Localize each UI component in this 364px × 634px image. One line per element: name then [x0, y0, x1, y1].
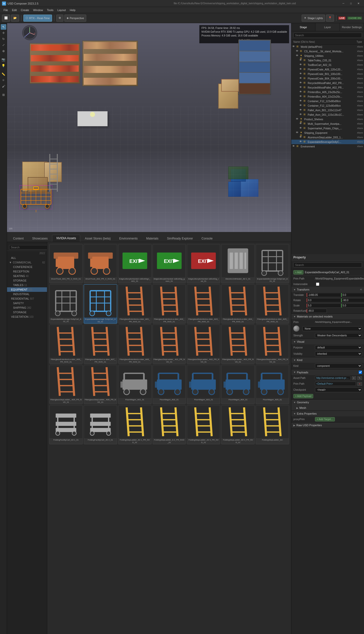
asset-item-10[interactable]: FiberglassExtentionLa dder_A02_PR_NVD_01 — [153, 284, 186, 324]
asset-item-34[interactable]: FoldingStepLadder_AC — [256, 405, 289, 444]
cat-reception[interactable]: RECEPTION — [7, 269, 47, 274]
stage-item-plywood-3[interactable]: 👁 ⊞ PlywoodCrate_B04_200x100... Xform — [291, 76, 364, 81]
stage-item-supermarket-chips[interactable]: 👁 ⊞ Supermarket_Potato_Chips_... Xform — [291, 126, 364, 131]
prim-path-clear[interactable]: ✕ — [357, 382, 362, 386]
cat-residential[interactable]: RESIDENTIAL 507 — [7, 296, 47, 301]
asset-path-edit[interactable]: ✎ — [357, 376, 362, 380]
eye-icon[interactable]: 👁 — [292, 45, 296, 49]
light-tool[interactable]: 💡 — [1, 63, 6, 68]
asset-item-8[interactable]: ExpandableBeverage DollyCart_A03_01 — [84, 284, 117, 324]
add-payload-button[interactable]: + Add Payload — [293, 394, 313, 398]
asset-item-19[interactable]: FiberglassStepLadder_ A03_PR_NVD_01 — [221, 325, 255, 364]
tab-showcases[interactable]: Showcases — [28, 235, 52, 242]
eye-icon-10[interactable]: 👁 — [299, 86, 303, 89]
menu-help[interactable]: Help — [68, 8, 78, 12]
minimize-button[interactable]: ─ — [340, 1, 347, 6]
cat-commercial-header[interactable]: ▼ COMMERCIAL 82 — [7, 260, 47, 265]
stage-item-aluminum-ladder[interactable]: 👁 ⊞ AluminumStepLadder_D03_1... Xform — [291, 135, 364, 140]
asset-item-27[interactable]: FloorWagon_A05_01 — [256, 365, 289, 404]
eye-icon-23[interactable]: 👁 — [292, 145, 296, 148]
stage-item-container-2[interactable]: 👁 ⊞ Container_F12_123x80x89cn Xform — [291, 103, 364, 108]
raw-usd-header[interactable]: ▶ Raw USD Properties — [291, 422, 364, 428]
perspective-button[interactable]: ◈ Perspective — [64, 15, 86, 22]
rotate-tool[interactable]: ↻ — [1, 36, 6, 42]
eye-icon-8[interactable]: 👁 — [299, 77, 303, 80]
stage-item-pallet-2[interactable]: 👁 ⊞ Pallet_Asm_D01_115x136x1C... Xform — [291, 112, 364, 117]
translate-x[interactable] — [307, 293, 341, 297]
asset-item-33[interactable]: FoldingStepLadder_A0 4_PR_NVD_01 — [221, 405, 255, 444]
kind-dropdown[interactable]: component — [315, 364, 362, 368]
scale-tool[interactable]: ⤢ — [1, 42, 6, 48]
rtx-button[interactable]: ⬡ RTX - Real-Time — [23, 15, 52, 22]
maximize-button[interactable]: □ — [347, 1, 354, 6]
rotate-x[interactable] — [307, 298, 341, 302]
stage-item-toolbox[interactable]: 👁 ⊞ ToolBoxCart_A02_01 Xform — [291, 63, 364, 67]
tab-content[interactable]: Content — [9, 235, 28, 242]
asset-item-20[interactable]: FiberglassStepLadder_ A04_PR_NVD_01 — [256, 325, 289, 364]
payloads-checkbox[interactable] — [359, 371, 362, 374]
asset-item-1[interactable]: DrumTruck_A02_PR_V_NVD_01 — [84, 244, 117, 283]
cat-conference[interactable]: CONFERENCE — [7, 265, 47, 269]
asset-item-32[interactable]: FoldingStepLadder_A0 3_PR_NVD_01 — [187, 405, 220, 444]
stage-item-table-trolley[interactable]: 👁 ⊞ TableTrolley_C05_01 Xform — [291, 58, 364, 63]
asset-item-31[interactable]: FoldingStepLadder_A 2_PR_NVD_01 — [153, 405, 186, 444]
checkpoint-dropdown[interactable]: <head> — [315, 387, 362, 392]
asset-item-15[interactable]: FiberglassExtentionLa dder_A07_PR_NVD_01 — [84, 325, 117, 364]
viewport-3d[interactable]: FPS: 34.58, Frame time: 28.92 ms NVIDIA … — [7, 23, 291, 232]
geometry-header[interactable]: ▼ Geometry — [291, 400, 364, 405]
eye-icon-21[interactable]: 👁 — [299, 136, 303, 139]
asset-item-18[interactable]: FiberglassStepLadder_ A02_PR_NVD_01 — [187, 325, 220, 364]
eye-icon-17[interactable]: 👁 — [296, 117, 299, 121]
snap-tool[interactable]: ⊞ — [1, 92, 6, 98]
eye-icon-14[interactable]: 👁 — [299, 104, 303, 107]
extra-props-header[interactable]: ▼ Extra Properties — [291, 411, 364, 416]
tab-simready[interactable]: SimReady Explorer — [163, 235, 197, 242]
cat-vegetation[interactable]: VEGETATION 103 — [7, 314, 47, 319]
menu-file[interactable]: File — [2, 8, 10, 12]
select-tool[interactable]: ↖ — [1, 24, 6, 30]
menu-create[interactable]: Create — [19, 8, 31, 12]
eye-icon-4[interactable]: 👁 — [299, 59, 303, 62]
materials-header[interactable]: ▼ Materials on selected models — [291, 314, 364, 319]
eye-icon-15[interactable]: 👁 — [299, 108, 303, 112]
asset-search-input[interactable] — [9, 245, 47, 250]
asset-item-25[interactable]: FloorWagon_A03_01 — [187, 365, 220, 404]
menu-edit[interactable]: Edit — [10, 8, 19, 12]
asset-item-5[interactable]: ElectricUnitHeater_A0 1_01 — [221, 244, 255, 283]
asset-item-23[interactable]: FloorWagon_A01_01 — [118, 365, 152, 404]
tab-console[interactable]: Console — [198, 235, 217, 242]
stage-item-plywood-1[interactable]: 👁 ⊞ PlywoodCrate_A06_120x120... Xform — [291, 67, 364, 72]
cat-tables[interactable]: TABLES 11 — [7, 283, 47, 287]
move-tool[interactable]: ✛ — [1, 30, 6, 36]
stage-item-recycle-2[interactable]: 👁 ⊞ RecycledWoodPallet_A02_PR... Xform — [291, 85, 364, 90]
asset-item-24[interactable]: FloorWagon_A02_01 — [153, 365, 186, 404]
stage-item-environment[interactable]: 👁 ⊞ Environment Xform — [291, 144, 364, 149]
rotate-resolve-x[interactable] — [307, 309, 327, 313]
rotate-y[interactable] — [341, 298, 364, 302]
asset-item-13[interactable]: FiberglassExtentionLa dder_A05_PR_NVD_01 — [256, 284, 289, 324]
cat-storage-2[interactable]: STORAGE — [7, 310, 47, 314]
menu-window[interactable]: Window — [31, 8, 45, 12]
asset-item-16[interactable]: FiberglassExtentionLa dder_A08_PR_NVD_01 — [118, 325, 152, 364]
tab-stage[interactable]: Stage — [291, 23, 315, 31]
eye-icon-20[interactable]: 👁 — [296, 131, 299, 135]
translate-y[interactable] — [341, 293, 364, 297]
stage-item-world[interactable]: 👁 ⊞ World (defaultPrim) Xform — [291, 45, 364, 49]
asset-item-22[interactable]: FiberglassStepLadder_ A06_PR_NVD_01 — [84, 365, 117, 404]
tab-render-settings[interactable]: Render Settings — [340, 23, 364, 31]
transform-reset-icon[interactable]: ⟲ — [360, 288, 362, 291]
asset-item-11[interactable]: FiberglassExtentionLa dder_A03_PR_NVD_01 — [187, 284, 220, 324]
visual-header[interactable]: ▼ Visual — [291, 339, 364, 344]
eye-icon-5[interactable]: 👁 — [299, 63, 303, 67]
asset-item-14[interactable]: FiberglassExtentionLa dder_A06_PR_NVD_01 — [49, 325, 83, 364]
eye-icon-13[interactable]: 👁 — [299, 99, 303, 103]
asset-item-12[interactable]: FiberglassExtentionLa dder_A04_PR_NVD_01 — [221, 284, 255, 324]
payloads-header[interactable]: ▼ Payloads — [291, 369, 364, 375]
eye-icon-6[interactable]: 👁 — [299, 68, 303, 71]
tab-layer[interactable]: Layer — [315, 23, 340, 31]
tab-materials[interactable]: Materials — [142, 235, 163, 242]
menu-layout[interactable]: Layout — [56, 8, 68, 12]
eye-icon-11[interactable]: 👁 — [299, 90, 303, 94]
scale-x[interactable] — [307, 303, 341, 308]
stage-lights-button[interactable]: ☀ Stage Lights — [302, 15, 325, 22]
